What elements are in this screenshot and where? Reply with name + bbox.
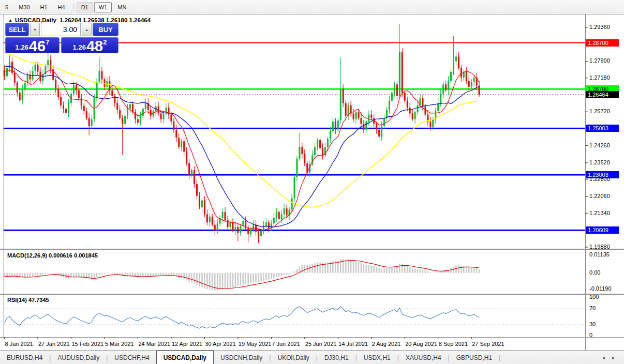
tab-USDCAD-Daily[interactable]: USDCAD,Daily: [156, 351, 214, 364]
tab-scroll-right-icon[interactable]: ▸: [612, 355, 615, 360]
chart-canvas: [0, 0, 624, 364]
price-tick-label: 1.23520: [589, 159, 610, 165]
collapse-triangle-icon[interactable]: ▲: [8, 18, 12, 23]
symbol-tab-bar: EURUSD,H4|AUDUSD,Daily|USDCHF,H4USDCAD,D…: [0, 350, 624, 364]
date-tick-label: 27 Jan 2021: [38, 341, 70, 347]
price-tick-label: 1.24260: [589, 142, 610, 148]
timeframe-button-5[interactable]: 5: [1, 2, 13, 12]
buy-price-prefix: 1.26: [73, 43, 86, 51]
rsi-axis-label: 0: [589, 332, 592, 338]
hline-price-label: 1.28700: [586, 39, 619, 47]
buy-price-sup: 2: [103, 38, 107, 46]
price-tick-label: 1.27900: [589, 57, 610, 64]
date-tick-label: 14 Jul 2021: [338, 341, 368, 347]
tab-USDCHF-H4[interactable]: USDCHF,H4: [108, 351, 156, 364]
rsi-axis-label: 30: [589, 321, 596, 327]
date-tick-label: 19 May 2021: [239, 341, 272, 347]
volume-input[interactable]: [41, 23, 81, 36]
hline-price-label: 1.20609: [586, 226, 619, 234]
tab-separator: |: [499, 351, 500, 364]
hline-price-label: 1.23003: [586, 171, 619, 178]
date-tick-label: 2 Aug 2021: [372, 341, 401, 347]
timeframe-button-H4[interactable]: H4: [53, 2, 70, 12]
date-tick-label: 12 Apr 2021: [172, 341, 202, 347]
date-tick-label: 8 Sep 2021: [439, 341, 468, 347]
timeframe-button-H1[interactable]: H1: [36, 2, 52, 12]
sell-price-sup: 7: [46, 38, 49, 46]
tab-DJ30-H1[interactable]: DJ30,H1: [318, 351, 355, 364]
price-tick-label: 1.22060: [589, 193, 610, 199]
timeframe-toolbar: 5M30H1H4D1W1MN: [0, 0, 624, 14]
one-click-trade-panel: SELL ▼ ▲ BUY 1.26 46 7 1.26 48 2: [5, 23, 118, 53]
date-tick-label: 24 Mar 2021: [138, 341, 170, 347]
rsi-label: RSI(14) 47.7345: [7, 297, 49, 303]
timeframe-button-M30[interactable]: M30: [14, 2, 34, 12]
macd-axis-label: 0.00: [589, 269, 600, 276]
tab-scroll-left-icon[interactable]: ◂: [602, 355, 605, 360]
buy-button[interactable]: BUY: [93, 23, 118, 36]
date-tick-label: 15 Feb 2021: [71, 341, 103, 347]
date-tick-label: 30 Apr 2021: [205, 341, 235, 347]
tab-USDX-H1[interactable]: USDX,H1: [357, 351, 397, 364]
macd-axis-label: 0.01135: [589, 251, 610, 257]
tab-XAUUSD-H4[interactable]: XAUUSD,H4: [399, 351, 448, 364]
sell-price-display[interactable]: 1.26 46 7: [5, 37, 60, 53]
tab-EURUSD-H4[interactable]: EURUSD,H4: [0, 351, 49, 364]
sell-price-big: 46: [29, 40, 46, 53]
buy-price-display[interactable]: 1.26 48 2: [61, 37, 118, 53]
sell-button[interactable]: SELL: [5, 23, 29, 36]
date-tick-label: 8 Jan 2021: [5, 341, 33, 347]
trading-terminal: 5M30H1H4D1W1MN ▲USDCAD,Daily 1.26204 1.2…: [0, 0, 624, 364]
date-tick-label: 5 Mar 2021: [105, 341, 134, 347]
date-tick-label: 27 Sep 2021: [472, 341, 504, 347]
rsi-axis-label: 70: [589, 305, 596, 311]
price-tick-label: 1.27180: [589, 74, 610, 81]
volume-increase-button[interactable]: ▲: [82, 23, 92, 36]
rsi-axis-label: 100: [589, 294, 599, 300]
hline-price-label: 1.25003: [586, 125, 619, 132]
current-price-label: 1.26464: [586, 91, 619, 98]
price-tick-label: 1.25720: [589, 108, 610, 114]
date-tick-label: 25 Jun 2021: [305, 341, 337, 347]
macd-axis-label: -0.01190: [589, 285, 612, 292]
date-tick-label: 7 Jun 2021: [272, 341, 300, 347]
macd-label: MACD(12,26,9) 0.000616 0.001845: [7, 252, 98, 259]
timeframe-button-W1[interactable]: W1: [94, 2, 112, 12]
sell-price-prefix: 1.26: [16, 43, 28, 51]
tab-GBPUSD-H1[interactable]: GBPUSD,H1: [450, 351, 499, 364]
price-tick-label: 1.29360: [589, 24, 610, 30]
price-tick-label: 1.19880: [589, 244, 610, 250]
date-tick-label: 20 Aug 2021: [405, 341, 437, 347]
timeframe-button-MN[interactable]: MN: [113, 2, 131, 12]
volume-decrease-button[interactable]: ▼: [30, 23, 40, 36]
price-tick-label: 1.21340: [589, 210, 610, 216]
tab-AUDUSD-Daily[interactable]: AUDUSD,Daily: [51, 351, 106, 364]
toolbar-separator: [73, 3, 73, 11]
timeframe-button-D1[interactable]: D1: [77, 2, 93, 12]
tab-UKOil-Daily[interactable]: UKOil,Daily: [271, 351, 316, 364]
tab-USDCNH-Daily[interactable]: USDCNH,Daily: [214, 351, 269, 364]
buy-price-big: 48: [86, 40, 103, 53]
